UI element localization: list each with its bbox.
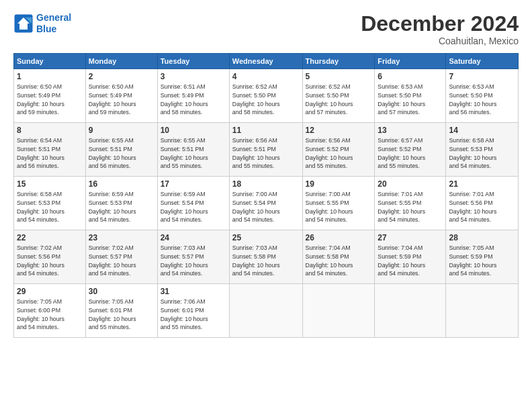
day-number: 27 [378,233,443,242]
day-number: 30 [89,287,154,296]
day-number: 20 [378,179,443,189]
calendar-cell [229,284,302,338]
day-number: 15 [17,179,83,189]
day-number: 13 [378,126,443,135]
col-monday: Monday [85,54,157,69]
day-info: Sunrise: 7:03 AM Sunset: 5:57 PM Dayligh… [161,244,226,278]
calendar-cell: 15Sunrise: 6:58 AM Sunset: 5:53 PM Dayli… [14,177,86,230]
day-info: Sunrise: 7:00 AM Sunset: 5:54 PM Dayligh… [232,190,300,224]
day-info: Sunrise: 7:01 AM Sunset: 5:55 PM Dayligh… [378,190,443,224]
calendar-cell [375,284,446,338]
calendar-cell: 23Sunrise: 7:02 AM Sunset: 5:57 PM Dayli… [85,230,157,284]
day-info: Sunrise: 6:53 AM Sunset: 5:50 PM Dayligh… [378,83,443,117]
header: General Blue December 2024 Coahuitlan, M… [13,12,519,46]
month-title: December 2024 [361,12,519,36]
col-saturday: Saturday [446,54,519,69]
day-info: Sunrise: 6:52 AM Sunset: 5:50 PM Dayligh… [306,83,372,117]
day-number: 5 [306,72,372,81]
location: Coahuitlan, Mexico [361,36,519,46]
day-info: Sunrise: 6:50 AM Sunset: 5:49 PM Dayligh… [89,83,154,117]
col-friday: Friday [375,54,446,69]
day-number: 25 [232,233,300,242]
day-number: 2 [89,72,154,81]
day-number: 9 [89,126,154,135]
day-number: 22 [17,233,83,242]
calendar-cell: 6Sunrise: 6:53 AM Sunset: 5:50 PM Daylig… [375,69,446,123]
calendar-cell: 9Sunrise: 6:55 AM Sunset: 5:51 PM Daylig… [85,123,157,177]
day-info: Sunrise: 6:53 AM Sunset: 5:50 PM Dayligh… [449,83,515,117]
day-info: Sunrise: 7:05 AM Sunset: 6:00 PM Dayligh… [17,298,83,332]
day-info: Sunrise: 6:56 AM Sunset: 5:52 PM Dayligh… [306,136,372,171]
col-wednesday: Wednesday [229,54,302,69]
day-info: Sunrise: 7:04 AM Sunset: 5:58 PM Dayligh… [306,244,372,278]
calendar-cell: 26Sunrise: 7:04 AM Sunset: 5:58 PM Dayli… [302,230,375,284]
calendar-cell: 30Sunrise: 7:05 AM Sunset: 6:01 PM Dayli… [85,284,157,338]
day-info: Sunrise: 6:59 AM Sunset: 5:53 PM Dayligh… [89,190,154,224]
calendar-cell: 25Sunrise: 7:03 AM Sunset: 5:58 PM Dayli… [229,230,302,284]
calendar-cell: 28Sunrise: 7:05 AM Sunset: 5:59 PM Dayli… [446,230,519,284]
calendar-week-1: 1Sunrise: 6:50 AM Sunset: 5:49 PM Daylig… [14,69,519,123]
calendar-cell: 3Sunrise: 6:51 AM Sunset: 5:49 PM Daylig… [157,69,229,123]
col-sunday: Sunday [14,54,86,69]
calendar-cell: 16Sunrise: 6:59 AM Sunset: 5:53 PM Dayli… [85,177,157,230]
day-number: 7 [449,72,515,81]
logo: General Blue [13,12,71,35]
calendar-header-row: Sunday Monday Tuesday Wednesday Thursday… [14,54,519,69]
day-number: 3 [161,72,226,81]
day-info: Sunrise: 7:05 AM Sunset: 5:59 PM Dayligh… [449,244,515,278]
day-number: 17 [161,179,226,189]
day-info: Sunrise: 7:02 AM Sunset: 5:57 PM Dayligh… [89,244,154,278]
calendar-week-4: 22Sunrise: 7:02 AM Sunset: 5:56 PM Dayli… [14,230,519,284]
calendar-cell: 22Sunrise: 7:02 AM Sunset: 5:56 PM Dayli… [14,230,86,284]
calendar-cell: 21Sunrise: 7:01 AM Sunset: 5:56 PM Dayli… [446,177,519,230]
calendar-cell: 7Sunrise: 6:53 AM Sunset: 5:50 PM Daylig… [446,69,519,123]
calendar-cell: 14Sunrise: 6:58 AM Sunset: 5:53 PM Dayli… [446,123,519,177]
calendar-cell: 24Sunrise: 7:03 AM Sunset: 5:57 PM Dayli… [157,230,229,284]
day-info: Sunrise: 7:05 AM Sunset: 6:01 PM Dayligh… [89,298,154,332]
calendar-cell [446,284,519,338]
calendar-cell: 8Sunrise: 6:54 AM Sunset: 5:51 PM Daylig… [14,123,86,177]
day-number: 6 [378,72,443,81]
day-info: Sunrise: 6:55 AM Sunset: 5:51 PM Dayligh… [89,136,154,171]
calendar: Sunday Monday Tuesday Wednesday Thursday… [13,53,519,338]
calendar-cell: 2Sunrise: 6:50 AM Sunset: 5:49 PM Daylig… [85,69,157,123]
title-area: December 2024 Coahuitlan, Mexico [361,12,519,46]
calendar-week-5: 29Sunrise: 7:05 AM Sunset: 6:00 PM Dayli… [14,284,519,338]
day-number: 8 [17,126,83,135]
calendar-cell: 27Sunrise: 7:04 AM Sunset: 5:59 PM Dayli… [375,230,446,284]
calendar-cell: 5Sunrise: 6:52 AM Sunset: 5:50 PM Daylig… [302,69,375,123]
day-number: 28 [449,233,515,242]
calendar-cell: 11Sunrise: 6:56 AM Sunset: 5:51 PM Dayli… [229,123,302,177]
day-info: Sunrise: 7:03 AM Sunset: 5:58 PM Dayligh… [232,244,300,278]
day-info: Sunrise: 6:55 AM Sunset: 5:51 PM Dayligh… [161,136,226,171]
calendar-cell: 12Sunrise: 6:56 AM Sunset: 5:52 PM Dayli… [302,123,375,177]
calendar-cell: 17Sunrise: 6:59 AM Sunset: 5:54 PM Dayli… [157,177,229,230]
calendar-cell: 4Sunrise: 6:52 AM Sunset: 5:50 PM Daylig… [229,69,302,123]
day-number: 11 [232,126,300,135]
page: General Blue December 2024 Coahuitlan, M… [0,0,532,345]
day-number: 14 [449,126,515,135]
day-info: Sunrise: 6:57 AM Sunset: 5:52 PM Dayligh… [378,136,443,171]
day-info: Sunrise: 6:58 AM Sunset: 5:53 PM Dayligh… [449,136,515,171]
day-number: 19 [306,179,372,189]
day-info: Sunrise: 7:01 AM Sunset: 5:56 PM Dayligh… [449,190,515,224]
day-info: Sunrise: 7:06 AM Sunset: 6:01 PM Dayligh… [161,298,226,332]
logo-text: General Blue [36,12,71,35]
day-info: Sunrise: 6:59 AM Sunset: 5:54 PM Dayligh… [161,190,226,224]
calendar-cell: 20Sunrise: 7:01 AM Sunset: 5:55 PM Dayli… [375,177,446,230]
day-number: 23 [89,233,154,242]
calendar-cell: 13Sunrise: 6:57 AM Sunset: 5:52 PM Dayli… [375,123,446,177]
day-info: Sunrise: 6:52 AM Sunset: 5:50 PM Dayligh… [232,83,300,117]
col-tuesday: Tuesday [157,54,229,69]
day-info: Sunrise: 6:58 AM Sunset: 5:53 PM Dayligh… [17,190,83,224]
day-info: Sunrise: 6:56 AM Sunset: 5:51 PM Dayligh… [232,136,300,171]
day-number: 31 [161,287,226,296]
day-number: 16 [89,179,154,189]
day-number: 21 [449,179,515,189]
calendar-week-2: 8Sunrise: 6:54 AM Sunset: 5:51 PM Daylig… [14,123,519,177]
calendar-cell: 10Sunrise: 6:55 AM Sunset: 5:51 PM Dayli… [157,123,229,177]
day-number: 29 [17,287,83,296]
day-info: Sunrise: 6:54 AM Sunset: 5:51 PM Dayligh… [17,136,83,171]
calendar-cell: 19Sunrise: 7:00 AM Sunset: 5:55 PM Dayli… [302,177,375,230]
day-info: Sunrise: 7:00 AM Sunset: 5:55 PM Dayligh… [306,190,372,224]
